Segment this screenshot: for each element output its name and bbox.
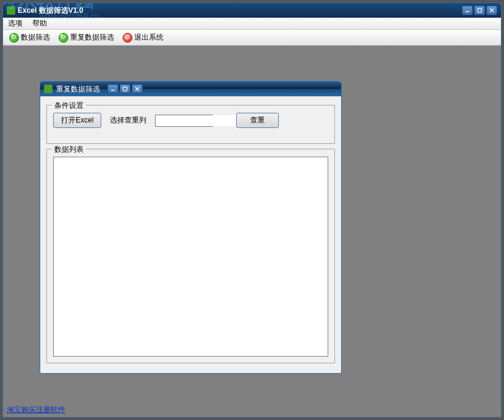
excel-icon bbox=[44, 85, 52, 93]
condition-groupbox: 条件设置 打开Excel 选择查重列 ▼ 查重 bbox=[46, 105, 335, 144]
data-list-area[interactable] bbox=[53, 157, 328, 357]
child-maximize-button[interactable] bbox=[120, 84, 131, 94]
exit-icon bbox=[123, 33, 132, 43]
minimize-button[interactable] bbox=[462, 5, 473, 15]
main-title: Excel 数据筛选V1.0 bbox=[18, 5, 83, 16]
close-button[interactable] bbox=[486, 5, 497, 15]
maximize-icon bbox=[477, 8, 482, 13]
child-title: 重复数据筛选 bbox=[56, 84, 100, 94]
toolbar-filter-button[interactable]: 数据筛选 bbox=[7, 31, 52, 44]
taobao-register-link[interactable]: 淘宝购买注册软件 bbox=[7, 405, 65, 415]
condition-row: 打开Excel 选择查重列 ▼ 查重 bbox=[53, 113, 328, 128]
select-col-input[interactable] bbox=[156, 115, 250, 126]
minimize-icon bbox=[110, 87, 115, 91]
toolbar-dup-filter-label: 重复数据筛选 bbox=[70, 32, 114, 43]
select-col-combobox[interactable]: ▼ bbox=[155, 115, 213, 127]
child-close-button[interactable] bbox=[132, 84, 143, 94]
maximize-button[interactable] bbox=[474, 5, 485, 15]
toolbar-dup-filter-button[interactable]: 重复数据筛选 bbox=[56, 31, 117, 44]
menubar: 选项 帮助 河东软件园 www.pc0359.cn bbox=[3, 18, 501, 30]
svg-rect-1 bbox=[478, 9, 481, 12]
select-col-label: 选择查重列 bbox=[110, 115, 146, 126]
child-minimize-button[interactable] bbox=[107, 84, 118, 94]
svg-rect-5 bbox=[123, 87, 127, 91]
datalist-legend: 数据列表 bbox=[52, 144, 86, 155]
child-window-controls bbox=[107, 84, 143, 94]
toolbar-exit-button[interactable]: 退出系统 bbox=[120, 31, 166, 44]
main-window: Excel 数据筛选V1.0 选项 帮助 河东软件园 www.pc0359.cn… bbox=[2, 2, 502, 418]
toolbar-filter-label: 数据筛选 bbox=[21, 32, 50, 43]
toolbar: 数据筛选 重复数据筛选 退出系统 bbox=[3, 30, 501, 46]
condition-legend: 条件设置 bbox=[52, 101, 86, 111]
datalist-groupbox: 数据列表 bbox=[46, 149, 335, 363]
main-titlebar: Excel 数据筛选V1.0 bbox=[3, 3, 501, 18]
close-icon bbox=[489, 8, 494, 13]
main-window-controls bbox=[462, 5, 497, 15]
refresh-icon bbox=[9, 33, 19, 43]
child-window: 重复数据筛选 条件设置 bbox=[40, 81, 342, 374]
child-body: 条件设置 打开Excel 选择查重列 ▼ 查重 数据 bbox=[40, 96, 341, 373]
open-excel-button[interactable]: 打开Excel bbox=[53, 113, 101, 128]
refresh-icon bbox=[59, 33, 68, 43]
close-icon bbox=[135, 87, 140, 91]
mdi-client-area: 重复数据筛选 条件设置 bbox=[3, 46, 501, 417]
menu-options[interactable]: 选项 bbox=[8, 18, 23, 29]
toolbar-exit-label: 退出系统 bbox=[134, 32, 164, 43]
menu-help[interactable]: 帮助 bbox=[32, 18, 47, 29]
maximize-icon bbox=[123, 87, 128, 91]
minimize-icon bbox=[465, 8, 470, 13]
app-icon bbox=[7, 6, 15, 15]
check-dup-button[interactable]: 查重 bbox=[236, 113, 279, 128]
child-titlebar: 重复数据筛选 bbox=[40, 82, 341, 96]
